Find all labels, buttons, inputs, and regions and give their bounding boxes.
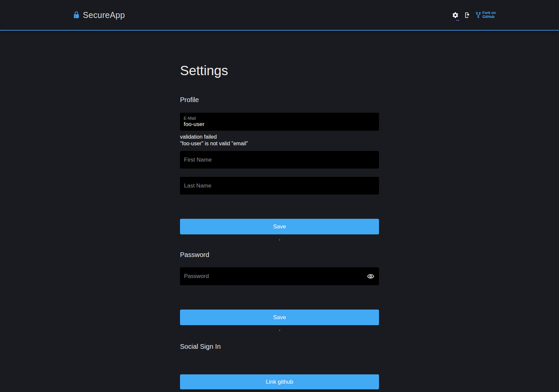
header-actions: Fork on GitHub bbox=[452, 11, 496, 19]
logout-icon bbox=[464, 12, 470, 18]
profile-heading: Profile bbox=[180, 96, 379, 104]
social-sign-in-section: Social Sign In Link github bbox=[180, 342, 379, 389]
profile-save-indicator-dot bbox=[279, 239, 280, 240]
logout-button[interactable] bbox=[464, 12, 470, 18]
password-field bbox=[180, 267, 379, 285]
password-input[interactable] bbox=[180, 267, 379, 285]
fork-link-text: Fork on GitHub bbox=[482, 11, 496, 19]
settings-page: Settings Profile E-Mail validation faile… bbox=[180, 31, 379, 389]
error-line-2: "foo-user" is not valid "email" bbox=[180, 140, 379, 147]
gear-icon bbox=[452, 12, 459, 19]
profile-section: Profile E-Mail validation failed "foo-us… bbox=[180, 96, 379, 240]
git-fork-icon bbox=[476, 12, 481, 18]
first-name-input[interactable] bbox=[180, 151, 379, 169]
email-input[interactable] bbox=[184, 121, 375, 128]
settings-button[interactable] bbox=[452, 12, 459, 19]
link-github-button[interactable]: Link github bbox=[180, 374, 379, 389]
eye-icon bbox=[367, 273, 374, 280]
email-field[interactable]: E-Mail bbox=[180, 113, 379, 131]
social-sign-in-heading: Social Sign In bbox=[180, 342, 379, 350]
lock-icon bbox=[74, 11, 79, 19]
password-save-button[interactable]: Save bbox=[180, 310, 379, 325]
app-header: SecureApp bbox=[0, 0, 559, 31]
email-validation-error: validation failed "foo-user" is not vali… bbox=[180, 134, 379, 147]
password-heading: Password bbox=[180, 251, 379, 259]
profile-save-button[interactable]: Save bbox=[180, 219, 379, 234]
last-name-input[interactable] bbox=[180, 177, 379, 195]
app-title: SecureApp bbox=[83, 10, 125, 20]
email-label: E-Mail bbox=[184, 116, 375, 121]
password-save-indicator-dot bbox=[279, 330, 280, 331]
toggle-password-visibility-button[interactable] bbox=[366, 272, 375, 281]
error-line-1: validation failed bbox=[180, 134, 379, 140]
settings-active-marker bbox=[456, 20, 459, 21]
page-title: Settings bbox=[180, 31, 379, 78]
brand: SecureApp bbox=[74, 10, 125, 20]
fork-on-github-link[interactable]: Fork on GitHub bbox=[476, 11, 496, 19]
password-section: Password Save bbox=[180, 251, 379, 331]
